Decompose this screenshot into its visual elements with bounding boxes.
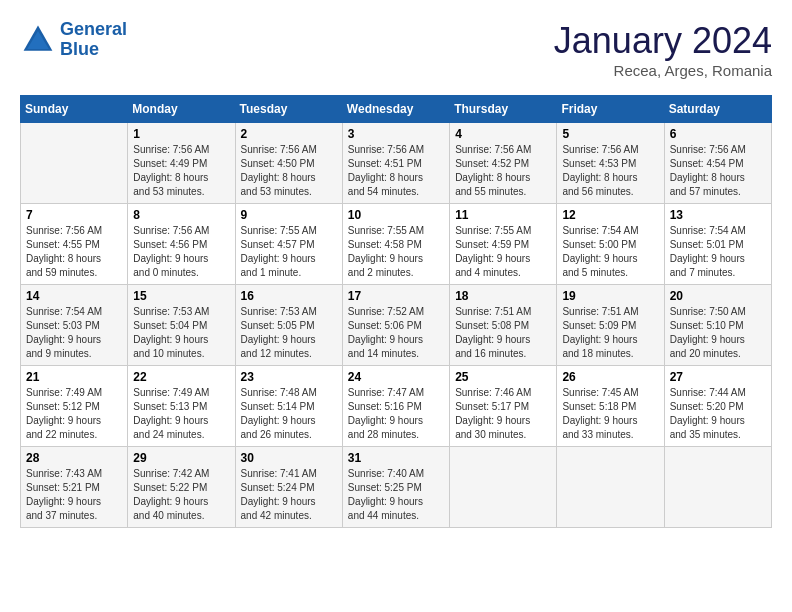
day-number: 1: [133, 127, 229, 141]
calendar-cell: 9Sunrise: 7:55 AM Sunset: 4:57 PM Daylig…: [235, 204, 342, 285]
day-info: Sunrise: 7:49 AM Sunset: 5:13 PM Dayligh…: [133, 386, 229, 442]
day-number: 22: [133, 370, 229, 384]
day-info: Sunrise: 7:47 AM Sunset: 5:16 PM Dayligh…: [348, 386, 444, 442]
calendar-cell: 14Sunrise: 7:54 AM Sunset: 5:03 PM Dayli…: [21, 285, 128, 366]
calendar-cell: 2Sunrise: 7:56 AM Sunset: 4:50 PM Daylig…: [235, 123, 342, 204]
day-number: 19: [562, 289, 658, 303]
day-number: 14: [26, 289, 122, 303]
day-info: Sunrise: 7:54 AM Sunset: 5:03 PM Dayligh…: [26, 305, 122, 361]
day-info: Sunrise: 7:46 AM Sunset: 5:17 PM Dayligh…: [455, 386, 551, 442]
page-header: General Blue January 2024 Recea, Arges, …: [20, 20, 772, 79]
weekday-header-sunday: Sunday: [21, 96, 128, 123]
day-info: Sunrise: 7:55 AM Sunset: 4:58 PM Dayligh…: [348, 224, 444, 280]
calendar-cell: 16Sunrise: 7:53 AM Sunset: 5:05 PM Dayli…: [235, 285, 342, 366]
day-info: Sunrise: 7:43 AM Sunset: 5:21 PM Dayligh…: [26, 467, 122, 523]
logo: General Blue: [20, 20, 127, 60]
location: Recea, Arges, Romania: [554, 62, 772, 79]
calendar-cell: 28Sunrise: 7:43 AM Sunset: 5:21 PM Dayli…: [21, 447, 128, 528]
day-number: 18: [455, 289, 551, 303]
day-number: 29: [133, 451, 229, 465]
calendar-cell: 19Sunrise: 7:51 AM Sunset: 5:09 PM Dayli…: [557, 285, 664, 366]
day-number: 24: [348, 370, 444, 384]
calendar-table: SundayMondayTuesdayWednesdayThursdayFrid…: [20, 95, 772, 528]
day-number: 9: [241, 208, 337, 222]
day-info: Sunrise: 7:54 AM Sunset: 5:00 PM Dayligh…: [562, 224, 658, 280]
calendar-cell: 17Sunrise: 7:52 AM Sunset: 5:06 PM Dayli…: [342, 285, 449, 366]
day-info: Sunrise: 7:56 AM Sunset: 4:50 PM Dayligh…: [241, 143, 337, 199]
logo-text: General Blue: [60, 20, 127, 60]
day-number: 5: [562, 127, 658, 141]
day-number: 6: [670, 127, 766, 141]
day-info: Sunrise: 7:42 AM Sunset: 5:22 PM Dayligh…: [133, 467, 229, 523]
day-info: Sunrise: 7:48 AM Sunset: 5:14 PM Dayligh…: [241, 386, 337, 442]
day-number: 20: [670, 289, 766, 303]
weekday-header-saturday: Saturday: [664, 96, 771, 123]
calendar-cell: 23Sunrise: 7:48 AM Sunset: 5:14 PM Dayli…: [235, 366, 342, 447]
day-info: Sunrise: 7:56 AM Sunset: 4:55 PM Dayligh…: [26, 224, 122, 280]
day-number: 11: [455, 208, 551, 222]
calendar-cell: 30Sunrise: 7:41 AM Sunset: 5:24 PM Dayli…: [235, 447, 342, 528]
day-number: 30: [241, 451, 337, 465]
calendar-cell: 1Sunrise: 7:56 AM Sunset: 4:49 PM Daylig…: [128, 123, 235, 204]
day-number: 28: [26, 451, 122, 465]
calendar-cell: 10Sunrise: 7:55 AM Sunset: 4:58 PM Dayli…: [342, 204, 449, 285]
day-info: Sunrise: 7:56 AM Sunset: 4:51 PM Dayligh…: [348, 143, 444, 199]
calendar-cell: 22Sunrise: 7:49 AM Sunset: 5:13 PM Dayli…: [128, 366, 235, 447]
day-number: 4: [455, 127, 551, 141]
day-number: 25: [455, 370, 551, 384]
calendar-cell: 5Sunrise: 7:56 AM Sunset: 4:53 PM Daylig…: [557, 123, 664, 204]
calendar-cell: 7Sunrise: 7:56 AM Sunset: 4:55 PM Daylig…: [21, 204, 128, 285]
week-row-5: 28Sunrise: 7:43 AM Sunset: 5:21 PM Dayli…: [21, 447, 772, 528]
calendar-cell: 25Sunrise: 7:46 AM Sunset: 5:17 PM Dayli…: [450, 366, 557, 447]
calendar-cell: 18Sunrise: 7:51 AM Sunset: 5:08 PM Dayli…: [450, 285, 557, 366]
day-info: Sunrise: 7:54 AM Sunset: 5:01 PM Dayligh…: [670, 224, 766, 280]
day-info: Sunrise: 7:53 AM Sunset: 5:04 PM Dayligh…: [133, 305, 229, 361]
week-row-3: 14Sunrise: 7:54 AM Sunset: 5:03 PM Dayli…: [21, 285, 772, 366]
day-info: Sunrise: 7:55 AM Sunset: 4:57 PM Dayligh…: [241, 224, 337, 280]
calendar-cell: 3Sunrise: 7:56 AM Sunset: 4:51 PM Daylig…: [342, 123, 449, 204]
calendar-cell: 11Sunrise: 7:55 AM Sunset: 4:59 PM Dayli…: [450, 204, 557, 285]
day-info: Sunrise: 7:56 AM Sunset: 4:54 PM Dayligh…: [670, 143, 766, 199]
week-row-2: 7Sunrise: 7:56 AM Sunset: 4:55 PM Daylig…: [21, 204, 772, 285]
day-number: 21: [26, 370, 122, 384]
weekday-header-friday: Friday: [557, 96, 664, 123]
week-row-1: 1Sunrise: 7:56 AM Sunset: 4:49 PM Daylig…: [21, 123, 772, 204]
weekday-header-monday: Monday: [128, 96, 235, 123]
calendar-cell: 15Sunrise: 7:53 AM Sunset: 5:04 PM Dayli…: [128, 285, 235, 366]
day-info: Sunrise: 7:56 AM Sunset: 4:49 PM Dayligh…: [133, 143, 229, 199]
calendar-cell: [450, 447, 557, 528]
calendar-cell: 31Sunrise: 7:40 AM Sunset: 5:25 PM Dayli…: [342, 447, 449, 528]
title-block: January 2024 Recea, Arges, Romania: [554, 20, 772, 79]
day-number: 2: [241, 127, 337, 141]
day-number: 16: [241, 289, 337, 303]
day-number: 8: [133, 208, 229, 222]
day-number: 10: [348, 208, 444, 222]
day-info: Sunrise: 7:56 AM Sunset: 4:52 PM Dayligh…: [455, 143, 551, 199]
week-row-4: 21Sunrise: 7:49 AM Sunset: 5:12 PM Dayli…: [21, 366, 772, 447]
logo-icon: [20, 22, 56, 58]
weekday-header-thursday: Thursday: [450, 96, 557, 123]
day-number: 23: [241, 370, 337, 384]
weekday-header-row: SundayMondayTuesdayWednesdayThursdayFrid…: [21, 96, 772, 123]
calendar-cell: 26Sunrise: 7:45 AM Sunset: 5:18 PM Dayli…: [557, 366, 664, 447]
calendar-cell: 12Sunrise: 7:54 AM Sunset: 5:00 PM Dayli…: [557, 204, 664, 285]
day-info: Sunrise: 7:40 AM Sunset: 5:25 PM Dayligh…: [348, 467, 444, 523]
day-info: Sunrise: 7:45 AM Sunset: 5:18 PM Dayligh…: [562, 386, 658, 442]
day-info: Sunrise: 7:51 AM Sunset: 5:08 PM Dayligh…: [455, 305, 551, 361]
calendar-cell: 21Sunrise: 7:49 AM Sunset: 5:12 PM Dayli…: [21, 366, 128, 447]
day-number: 7: [26, 208, 122, 222]
day-number: 3: [348, 127, 444, 141]
day-info: Sunrise: 7:52 AM Sunset: 5:06 PM Dayligh…: [348, 305, 444, 361]
day-info: Sunrise: 7:53 AM Sunset: 5:05 PM Dayligh…: [241, 305, 337, 361]
calendar-cell: [21, 123, 128, 204]
day-info: Sunrise: 7:50 AM Sunset: 5:10 PM Dayligh…: [670, 305, 766, 361]
day-info: Sunrise: 7:56 AM Sunset: 4:53 PM Dayligh…: [562, 143, 658, 199]
day-info: Sunrise: 7:49 AM Sunset: 5:12 PM Dayligh…: [26, 386, 122, 442]
calendar-cell: [664, 447, 771, 528]
day-info: Sunrise: 7:44 AM Sunset: 5:20 PM Dayligh…: [670, 386, 766, 442]
calendar-cell: 6Sunrise: 7:56 AM Sunset: 4:54 PM Daylig…: [664, 123, 771, 204]
day-number: 15: [133, 289, 229, 303]
weekday-header-tuesday: Tuesday: [235, 96, 342, 123]
calendar-cell: 27Sunrise: 7:44 AM Sunset: 5:20 PM Dayli…: [664, 366, 771, 447]
calendar-cell: 24Sunrise: 7:47 AM Sunset: 5:16 PM Dayli…: [342, 366, 449, 447]
